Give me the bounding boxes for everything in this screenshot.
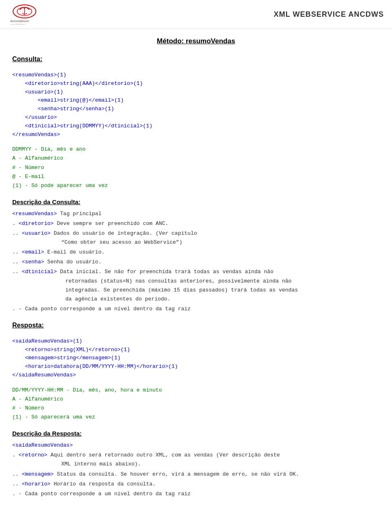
resp-line-5: . - Cada ponto corresponde a um nível de… — [12, 490, 380, 499]
resp-prefix-3: .. — [12, 470, 22, 479]
main-content: Método: resumoVendas Consulta: <resumoVe… — [0, 29, 392, 511]
page-title: XML WEBSERVICE ANCDWS — [274, 10, 384, 19]
svg-text:consolidadora: consolidadora — [10, 23, 26, 24]
desc-prefix-7: . - Cada ponto corresponde a um nível de… — [12, 305, 191, 314]
desc-prefix-2: . — [12, 219, 19, 228]
descricao-resposta-block: <saidaResumoVendas> . <retorno> Aqui den… — [12, 441, 380, 499]
desc-prefix-5: .. — [12, 258, 22, 267]
descricao-resposta-label: Descrição da Resposta: — [12, 430, 380, 437]
resposta-legend: DD/MM/YYYY-HH:MM - Dia, mês, ano, hora e… — [12, 386, 380, 422]
resp-line-3: .. <mensagem> Status da consulta. Se hou… — [12, 470, 380, 479]
resp-text-3: Status da consulta. Se houver erro, virá… — [53, 470, 299, 479]
desc-line-1: <resumoVendas> Tag principal — [12, 209, 380, 218]
resp-tag-1: <saidaResumoVendas> — [12, 441, 73, 450]
method-title: Método: resumoVendas — [12, 37, 380, 45]
desc-text-4: E-mail de usuário. — [44, 248, 105, 257]
resposta-code: <saidaResumoVendas>(1) <retorno>string(X… — [12, 335, 380, 382]
consulta-legend: DDMMYY - Dia, mês e ano A - Alfanumérico… — [12, 145, 380, 190]
desc-text-1: Tag principal — [57, 209, 101, 218]
svg-text:Ancoradouro: Ancoradouro — [10, 19, 29, 23]
desc-line-6: .. <dtinicial> Data inicial. Se não for … — [12, 267, 380, 303]
desc-text-2: Deve sempre ser preenchido com ANC. — [53, 219, 168, 228]
resp-text-4: Horário da resposta da consulta. — [51, 480, 156, 489]
resposta-label: Resposta: — [12, 322, 380, 329]
desc-prefix-3: .. — [12, 230, 22, 236]
resp-line-1: <saidaResumoVendas> — [12, 441, 380, 450]
desc-prefix-6: .. — [12, 269, 22, 275]
resp-prefix-4: .. — [12, 480, 22, 489]
descricao-consulta-block: <resumoVendas> Tag principal . <diretori… — [12, 209, 380, 314]
desc-line-2: . <diretorio> Deve sempre ser preenchido… — [12, 219, 380, 228]
desc-line-7: . - Cada ponto corresponde a um nível de… — [12, 305, 380, 314]
resp-tag-4: <horario> — [22, 480, 50, 489]
desc-line-4: .. <email> E-mail de usuário. — [12, 248, 380, 257]
descricao-consulta-label: Descrição da Consulta: — [12, 198, 380, 205]
resp-tag-2: <retorno> — [19, 452, 47, 458]
desc-line-3: .. <usuario> Dados do usuário de integra… — [12, 229, 380, 247]
desc-tag-1: <resumoVendas> — [12, 209, 57, 218]
resp-line-2: . <retorno> Aqui dentro será retornado o… — [12, 451, 380, 469]
logo-area: Ancoradouro consolidadora — [8, 4, 41, 24]
desc-tag-5: <senha> — [22, 258, 44, 267]
desc-text-6: Data inicial. Se não for preenchida trar… — [57, 269, 274, 275]
desc-line-5: .. <senha> Senha do usuário. — [12, 258, 380, 267]
resp-text-2: Aqui dentro será retornado outro XML, co… — [47, 452, 280, 458]
desc-tag-2: <diretorio> — [19, 219, 54, 228]
resp-tag-3: <mensagem> — [22, 470, 53, 479]
desc-tag-4: <email> — [22, 248, 44, 257]
desc-tag-3: <usuario> — [22, 230, 50, 236]
desc-text-5: Senha do usuário. — [44, 258, 101, 267]
page-header: Ancoradouro consolidadora XML WEBSERVICE… — [0, 0, 392, 29]
desc-tag-6: <dtinicial> — [22, 269, 57, 275]
resp-prefix-5: . - Cada ponto corresponde a um nível de… — [12, 490, 191, 499]
logo-icon: Ancoradouro consolidadora — [8, 4, 41, 24]
consulta-code: <resumoVendas>(1) <diretorio>string(AAA)… — [12, 69, 380, 141]
consulta-label: Consulta: — [12, 56, 380, 63]
desc-text-3: Dados do usuário de integração. (Ver cap… — [51, 230, 197, 236]
resp-prefix-2: . — [12, 452, 19, 458]
resp-line-4: .. <horario> Horário da resposta da cons… — [12, 480, 380, 489]
desc-prefix-4: .. — [12, 248, 22, 257]
